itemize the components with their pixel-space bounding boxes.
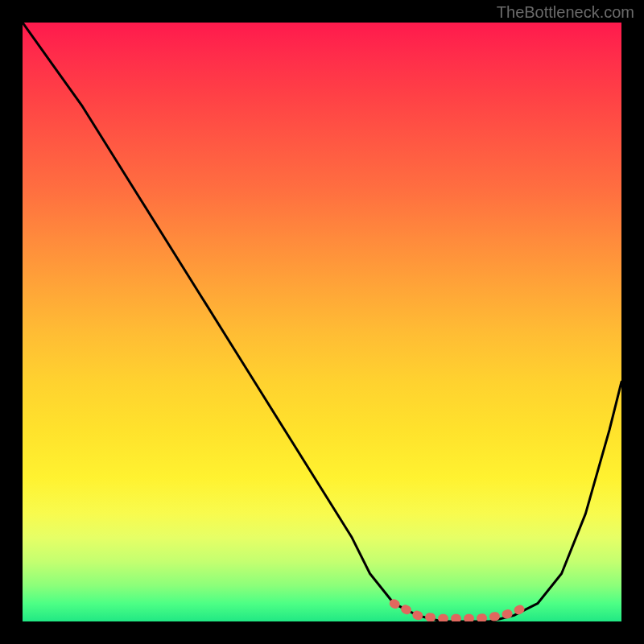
plot-area: [23, 23, 621, 621]
optimal-segment-path: [394, 604, 526, 619]
chart-svg: [23, 23, 621, 621]
bottleneck-curve-path: [23, 23, 621, 621]
watermark-text: TheBottleneck.com: [497, 3, 634, 22]
